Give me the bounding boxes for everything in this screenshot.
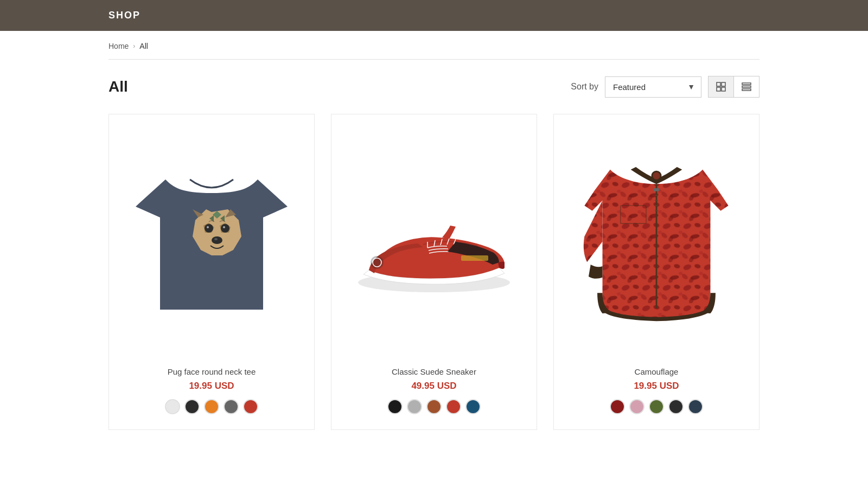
swatch[interactable] — [668, 399, 684, 414]
svg-point-16 — [212, 236, 222, 244]
breadcrumb-chevron-icon: › — [133, 42, 135, 50]
product-image-wrap — [554, 114, 759, 358]
svg-rect-4 — [742, 83, 751, 85]
svg-rect-6 — [742, 89, 751, 91]
svg-point-45 — [653, 172, 660, 179]
product-name-3: Camouflage — [565, 367, 748, 376]
sort-select[interactable]: Featured Price: Low to High Price: High … — [605, 76, 701, 98]
breadcrumb: Home › All — [108, 42, 760, 60]
svg-point-13 — [221, 224, 229, 233]
svg-point-14 — [207, 226, 209, 228]
svg-point-12 — [205, 224, 213, 233]
product-image-wrap — [331, 114, 537, 358]
swatch[interactable] — [165, 399, 180, 414]
toolbar-right: Sort by Featured Price: Low to High Pric… — [571, 76, 760, 98]
sort-select-wrapper: Featured Price: Low to High Price: High … — [605, 76, 701, 98]
swatch[interactable] — [243, 399, 258, 414]
list-view-button[interactable] — [734, 76, 759, 97]
swatch[interactable] — [224, 399, 239, 414]
color-swatches-3 — [565, 399, 748, 423]
product-grid: Pug face round neck tee 19.95 USD — [108, 114, 760, 430]
color-swatches-2 — [342, 399, 526, 423]
swatch[interactable] — [387, 399, 403, 414]
swatch[interactable] — [465, 399, 481, 414]
breadcrumb-current: All — [139, 42, 148, 50]
swatch[interactable] — [184, 399, 200, 414]
svg-point-17 — [214, 238, 218, 240]
product-card[interactable]: Classic Suede Sneaker 49.95 USD — [331, 114, 537, 430]
toolbar: All Sort by Featured Price: Low to High … — [108, 76, 760, 98]
swatch[interactable] — [649, 399, 664, 414]
svg-rect-1 — [722, 82, 725, 86]
product-price-2: 49.95 USD — [342, 381, 526, 391]
svg-rect-2 — [717, 87, 720, 91]
product-image-wrap — [109, 114, 314, 358]
swatch[interactable] — [446, 399, 461, 414]
swatch[interactable] — [426, 399, 442, 414]
shop-title: SHOP — [108, 10, 141, 21]
svg-rect-0 — [717, 82, 720, 86]
list-icon — [742, 82, 751, 92]
product-price-3: 19.95 USD — [565, 381, 748, 391]
swatch[interactable] — [610, 399, 625, 414]
svg-rect-43 — [654, 188, 659, 191]
swatch[interactable] — [204, 399, 219, 414]
svg-rect-5 — [742, 86, 751, 88]
product-image-3 — [565, 125, 748, 348]
view-toggle — [708, 76, 760, 98]
product-price-1: 19.95 USD — [120, 381, 303, 391]
product-image-2 — [342, 125, 526, 348]
svg-point-15 — [223, 226, 225, 228]
page-title: All — [108, 78, 128, 95]
product-info-3: Camouflage 19.95 USD — [554, 358, 759, 429]
product-image-1 — [120, 125, 303, 348]
product-card[interactable]: Pug face round neck tee 19.95 USD — [108, 114, 315, 430]
swatch[interactable] — [688, 399, 703, 414]
main-content: All Sort by Featured Price: Low to High … — [0, 60, 868, 446]
product-name-1: Pug face round neck tee — [120, 367, 303, 376]
svg-rect-3 — [722, 87, 725, 91]
product-card[interactable]: Camouflage 19.95 USD — [553, 114, 760, 430]
grid-icon — [716, 82, 726, 92]
site-header: SHOP — [0, 0, 868, 31]
breadcrumb-bar: Home › All — [0, 31, 868, 60]
breadcrumb-home-link[interactable]: Home — [108, 42, 129, 50]
swatch[interactable] — [629, 399, 644, 414]
svg-rect-27 — [461, 255, 488, 261]
product-name-2: Classic Suede Sneaker — [342, 367, 526, 376]
swatch[interactable] — [407, 399, 422, 414]
grid-view-button[interactable] — [709, 76, 734, 97]
color-swatches-1 — [120, 399, 303, 423]
product-info-2: Classic Suede Sneaker 49.95 USD — [331, 358, 537, 429]
product-info-1: Pug face round neck tee 19.95 USD — [109, 358, 314, 429]
sort-label: Sort by — [571, 82, 598, 92]
